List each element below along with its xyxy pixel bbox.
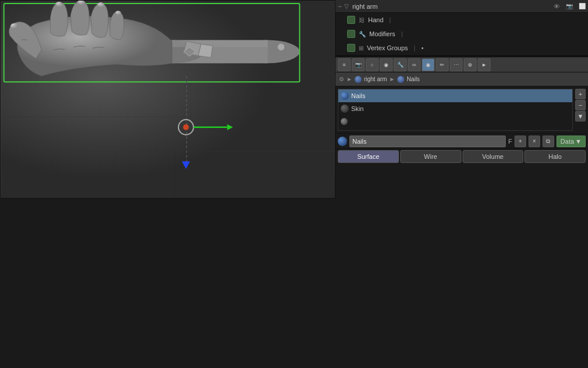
skin-label: Skin <box>351 105 363 112</box>
check-box[interactable] <box>347 16 355 24</box>
modifiers-label: Modifiers <box>369 30 396 37</box>
material-item-nails[interactable]: Nails <box>338 89 572 102</box>
check-box-3[interactable] <box>347 44 355 52</box>
3d-viewport[interactable] <box>0 0 335 199</box>
vertex-groups-row: ⊞ Vertex Groups | • <box>335 41 588 55</box>
collapse-icon[interactable]: − <box>338 2 342 11</box>
toolbar-icon-data[interactable]: ∞ <box>408 58 421 71</box>
toolbar-icon-render[interactable]: 📷 <box>352 58 365 71</box>
f-label: F <box>508 138 512 145</box>
bottom-empty-area <box>0 199 588 368</box>
material-list-area: Nails Skin + − ▼ <box>335 86 588 133</box>
breadcrumb-nails-sphere <box>397 76 404 83</box>
render-icon[interactable]: ⬜ <box>579 3 586 9</box>
tab-volume[interactable]: Volume <box>463 150 524 163</box>
object-header: − ▽ right arm 👁 📷 ⬜ <box>335 0 588 13</box>
hand-label: Hand <box>368 16 383 23</box>
right-panel: − ▽ right arm 👁 📷 ⬜ ⛓ Hand | 🔧 Modifiers… <box>335 0 588 199</box>
svg-point-16 <box>278 44 285 51</box>
camera-icon[interactable]: 📷 <box>566 3 573 9</box>
svg-point-19 <box>183 124 189 130</box>
active-mat-sphere <box>338 137 347 146</box>
svg-marker-14 <box>198 44 213 58</box>
hand-row: ⛓ Hand | <box>335 13 588 27</box>
tab-halo[interactable]: Halo <box>524 150 586 163</box>
toolbar-icon-extra[interactable]: ► <box>478 58 491 71</box>
breadcrumb-scene-icon: ⚙ <box>339 76 344 82</box>
tab-surface[interactable]: Surface <box>338 150 399 163</box>
nails-label: Nails <box>351 92 365 99</box>
vg-divider: | <box>414 44 415 51</box>
toolbar-icon-modifier[interactable]: 🔧 <box>394 58 407 71</box>
toolbar-icon-material[interactable]: ◉ <box>422 58 435 71</box>
breadcrumb: ⚙ ► right arm ► Nails <box>335 72 588 86</box>
vertex-groups-label: Vertex Groups <box>367 44 408 51</box>
svg-point-11 <box>97 2 104 7</box>
eye-icon[interactable]: 👁 <box>554 3 560 10</box>
object-type-icon: ▽ <box>344 3 349 9</box>
check-box-2[interactable] <box>347 30 355 38</box>
mod-divider: | <box>401 30 403 37</box>
mat-data-btn[interactable]: Data ▼ <box>556 136 586 147</box>
material-item-skin[interactable]: Skin <box>338 102 572 115</box>
toolbar-icon-object[interactable]: ○ <box>366 58 379 71</box>
skin-sphere <box>341 105 349 113</box>
list-remove-button[interactable]: − <box>575 100 586 110</box>
material-list: Nails Skin <box>338 89 573 131</box>
modifiers-row: 🔧 Modifiers | <box>335 27 588 41</box>
svg-point-12 <box>116 11 121 15</box>
mat-copy-btn[interactable]: ⧉ <box>542 136 554 147</box>
toolbar-icon-menu[interactable]: ≡ <box>338 58 351 71</box>
breadcrumb-arm[interactable]: right arm <box>364 76 387 82</box>
breadcrumb-sep-2: ► <box>389 76 395 82</box>
data-dropdown-icon: ▼ <box>575 138 582 145</box>
empty-sphere <box>341 118 348 125</box>
toolbar-icon-particles[interactable]: ⋯ <box>450 58 463 71</box>
hand-divider: | <box>389 16 391 23</box>
material-name-input[interactable] <box>349 136 506 147</box>
list-action-buttons: + − ▼ <box>575 89 586 131</box>
material-name-row: F + × ⧉ Data ▼ <box>335 133 588 148</box>
breadcrumb-nails: Nails <box>407 76 419 82</box>
mat-minus-btn[interactable]: × <box>528 136 540 147</box>
props-icon-toolbar: ≡ 📷 ○ ◉ 🔧 ∞ ◉ ✏ ⋯ ⊕ ► <box>335 57 588 72</box>
toolbar-icon-constraint[interactable]: ◉ <box>380 58 393 71</box>
nails-sphere <box>341 92 349 100</box>
material-tabs: Surface Wire Volume Halo <box>335 148 588 164</box>
object-name-label: right arm <box>352 3 377 10</box>
tab-wire[interactable]: Wire <box>400 150 461 163</box>
vg-dot: • <box>421 44 424 51</box>
mat-plus-btn[interactable]: + <box>514 136 526 147</box>
hand-chain-icon: ⛓ <box>359 17 365 23</box>
group-icon: ⊞ <box>359 45 363 51</box>
list-move-down-button[interactable]: ▼ <box>575 111 586 121</box>
data-label: Data <box>561 138 574 145</box>
toolbar-icon-texture[interactable]: ✏ <box>436 58 449 71</box>
wrench-icon: 🔧 <box>359 31 366 37</box>
material-item-empty[interactable] <box>338 115 572 128</box>
toolbar-icon-physics[interactable]: ⊕ <box>464 58 477 71</box>
svg-point-9 <box>55 2 62 6</box>
breadcrumb-sep-1: ► <box>346 76 352 82</box>
list-add-button[interactable]: + <box>575 89 586 99</box>
breadcrumb-arm-sphere <box>355 76 362 83</box>
